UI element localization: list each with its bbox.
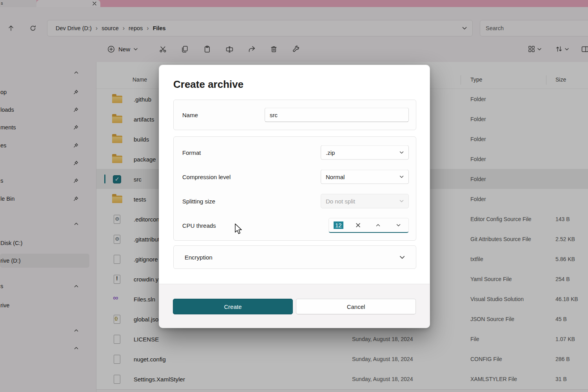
splitting-label: Splitting size: [182, 198, 215, 205]
chevron-down-icon: [399, 176, 404, 178]
chevron-down-icon: [399, 200, 404, 203]
encryption-label: Encryption: [185, 254, 212, 261]
create-button[interactable]: Create: [173, 299, 293, 314]
format-label: Format: [182, 149, 201, 156]
mouse-cursor: [234, 223, 243, 235]
screen: s Dev Drive (D:) › source › repos › File…: [0, 0, 588, 392]
compression-row: Compression level Normal: [174, 165, 416, 189]
chevron-down-icon: [396, 224, 401, 227]
chevron-up-icon: [376, 224, 380, 227]
archive-name-row: Name: [173, 100, 416, 130]
dialog-footer: Create Cancel: [159, 284, 430, 328]
splitting-value: Do not split: [326, 198, 355, 205]
close-icon: [356, 223, 360, 227]
compression-label: Compression level: [182, 174, 230, 180]
chevron-down-icon: [399, 256, 405, 259]
compression-value: Normal: [326, 174, 345, 180]
splitting-size-dropdown: Do not split: [321, 194, 409, 209]
encryption-expander[interactable]: Encryption: [173, 245, 416, 269]
cpu-threads-numberbox[interactable]: 12: [328, 218, 409, 233]
cpu-threads-label: CPU threads: [182, 222, 216, 229]
dialog-title: Create archive: [173, 78, 243, 91]
decrement-button[interactable]: [393, 220, 404, 230]
format-row: Format .zip: [174, 140, 416, 165]
clear-value-button[interactable]: [352, 220, 363, 230]
cancel-button[interactable]: Cancel: [296, 299, 416, 314]
format-value: .zip: [326, 149, 335, 156]
archive-name-input[interactable]: [265, 108, 409, 122]
cpu-threads-value: 12: [334, 221, 343, 229]
chevron-down-icon: [399, 151, 404, 154]
splitting-row: Splitting size Do not split: [174, 189, 416, 213]
archive-options-card: Format .zip Compression level Normal Spl…: [173, 136, 416, 241]
format-dropdown[interactable]: .zip: [321, 145, 409, 160]
compression-level-dropdown[interactable]: Normal: [321, 170, 409, 184]
create-archive-dialog: Create archive Name Format .zip Compress…: [159, 65, 430, 328]
cpu-threads-row: CPU threads 12: [174, 213, 416, 238]
increment-button[interactable]: [373, 220, 384, 230]
name-label: Name: [182, 112, 198, 118]
